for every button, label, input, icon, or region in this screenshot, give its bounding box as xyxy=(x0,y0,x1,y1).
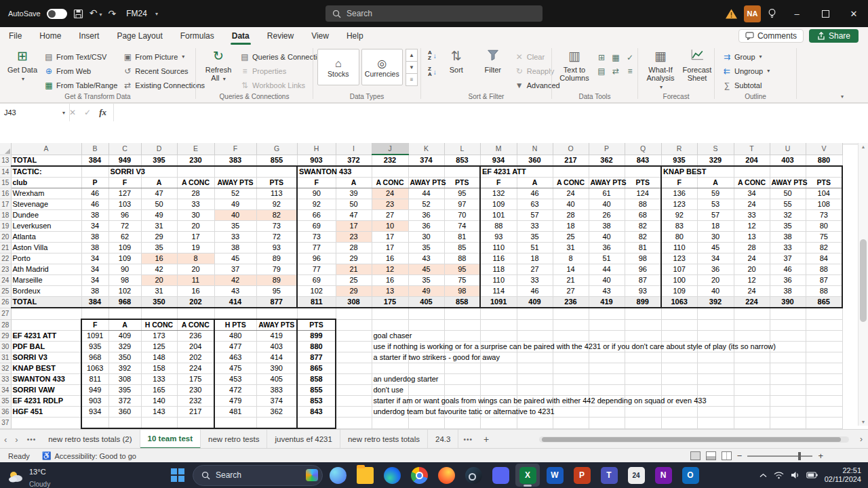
cell-L19[interactable]: 74 xyxy=(444,221,480,232)
cell-F15[interactable]: AWAY PTS xyxy=(214,178,256,188)
cell-I17[interactable]: 50 xyxy=(336,199,372,210)
alert-button[interactable] xyxy=(725,8,738,20)
cell-T28[interactable] xyxy=(734,319,770,331)
cell-C34[interactable]: 395 xyxy=(108,385,141,396)
cell-K22[interactable]: 43 xyxy=(408,253,444,264)
cell-E28[interactable]: A CONC xyxy=(177,319,214,331)
gallery-up-button[interactable]: ▲ xyxy=(406,49,418,62)
cell-U36[interactable] xyxy=(770,407,806,418)
tab-page-layout[interactable]: Page Layout xyxy=(108,28,171,43)
cell-H33[interactable]: 858 xyxy=(297,374,336,385)
cell-V31[interactable] xyxy=(806,352,842,363)
close-button[interactable]: ✕ xyxy=(840,0,868,27)
cell-C14[interactable]: SORRI V3 xyxy=(108,166,141,178)
cell-V35[interactable] xyxy=(806,396,842,407)
cell-O31[interactable] xyxy=(553,352,589,363)
cell-T24[interactable]: 12 xyxy=(734,275,770,286)
cell-T18[interactable]: 33 xyxy=(734,210,770,221)
cell-U33[interactable] xyxy=(770,374,806,385)
cell-N23[interactable]: 27 xyxy=(517,264,553,275)
cell-S32[interactable] xyxy=(697,363,734,374)
cell-A21[interactable]: Aston Villa xyxy=(11,243,81,253)
cell-E21[interactable]: 19 xyxy=(177,243,214,253)
consolidate-button[interactable]: ▤ xyxy=(595,64,608,77)
cell-B34[interactable]: 949 xyxy=(81,385,108,396)
cell-P22[interactable]: 51 xyxy=(589,253,625,264)
cell-U32[interactable] xyxy=(770,363,806,374)
cell-H29[interactable]: 899 xyxy=(297,331,336,342)
enter-button[interactable]: ✓ xyxy=(84,108,91,117)
cell-A20[interactable]: Atlanta xyxy=(11,232,81,243)
stocks-button[interactable]: ⌂ Stocks xyxy=(317,49,359,85)
cell-L18[interactable]: 70 xyxy=(444,210,480,221)
app-icon-onenote[interactable]: N xyxy=(651,464,675,487)
tab-formulas[interactable]: Formulas xyxy=(172,28,223,43)
cell-A30[interactable]: PDF BAL xyxy=(11,342,81,352)
cell-R31[interactable] xyxy=(661,352,697,363)
cell-A22[interactable]: Porto xyxy=(11,253,81,264)
zoom-slider[interactable] xyxy=(747,455,812,457)
cell-P32[interactable] xyxy=(589,363,625,374)
cell-V14[interactable] xyxy=(806,166,842,178)
cell-V20[interactable]: 75 xyxy=(806,232,842,243)
cell-K26[interactable]: 405 xyxy=(408,297,444,308)
row-header-19[interactable]: 19 xyxy=(0,221,11,232)
cell-G16[interactable]: 113 xyxy=(256,188,297,199)
cell-U16[interactable]: 50 xyxy=(770,188,806,199)
cell-B23[interactable]: 34 xyxy=(81,264,108,275)
app-icon-steam[interactable] xyxy=(461,464,486,487)
app-icon-excel[interactable]: X xyxy=(515,464,540,487)
vertical-scrollbar[interactable]: ▲ ▼ xyxy=(858,143,868,426)
row-header-17[interactable]: 17 xyxy=(0,199,11,210)
cell-O36[interactable] xyxy=(553,407,589,418)
cell-Q22[interactable]: 98 xyxy=(625,253,661,264)
cell-M16[interactable]: 132 xyxy=(480,188,517,199)
cell-S16[interactable]: 59 xyxy=(697,188,734,199)
cell-M19[interactable]: 88 xyxy=(480,221,517,232)
comments-button[interactable]: Comments xyxy=(738,29,804,43)
cell-K32[interactable] xyxy=(408,363,444,374)
cell-F17[interactable]: 49 xyxy=(214,199,256,210)
cell-H32[interactable]: 865 xyxy=(297,363,336,374)
group-button[interactable]: ⇉Group▾ xyxy=(720,51,772,62)
restore-button[interactable] xyxy=(811,0,840,27)
cell-N32[interactable] xyxy=(517,363,553,374)
cell-N37[interactable] xyxy=(517,418,553,429)
cell-C21[interactable]: 109 xyxy=(108,243,141,253)
cell-V23[interactable]: 88 xyxy=(806,264,842,275)
cell-M37[interactable] xyxy=(480,418,517,429)
row-header-13[interactable]: 13 xyxy=(0,155,11,166)
cell-R17[interactable]: 123 xyxy=(661,199,697,210)
cell-D28[interactable]: H CONC xyxy=(141,319,177,331)
cell-D34[interactable]: 165 xyxy=(141,385,177,396)
cell-U17[interactable]: 55 xyxy=(770,199,806,210)
cell-T33[interactable] xyxy=(734,374,770,385)
cell-G25[interactable]: 95 xyxy=(256,286,297,297)
cell-L34[interactable] xyxy=(444,385,480,396)
cell-R15[interactable]: F xyxy=(661,178,697,188)
cell-A29[interactable]: EF 4231 ATT xyxy=(11,331,81,342)
cell-D19[interactable]: 31 xyxy=(141,221,177,232)
cell-I25[interactable]: 29 xyxy=(336,286,372,297)
cell-G13[interactable]: 855 xyxy=(256,155,297,166)
cell-K28[interactable] xyxy=(408,319,444,331)
cell-P15[interactable]: AWAY PTS xyxy=(589,178,625,188)
col-header-F[interactable]: F xyxy=(214,143,256,155)
col-header-U[interactable]: U xyxy=(770,143,806,155)
cell-Q24[interactable]: 87 xyxy=(625,275,661,286)
app-icon-word[interactable]: W xyxy=(542,464,567,487)
cell-B16[interactable]: 46 xyxy=(81,188,108,199)
cell-T26[interactable]: 224 xyxy=(734,297,770,308)
cell-I20[interactable]: 23 xyxy=(336,232,372,243)
cell-R36[interactable] xyxy=(661,407,697,418)
cell-O17[interactable]: 40 xyxy=(553,199,589,210)
cell-J15[interactable]: A CONC xyxy=(372,178,408,188)
cell-H20[interactable]: 73 xyxy=(297,232,336,243)
cell-P31[interactable] xyxy=(589,352,625,363)
cell-S31[interactable] xyxy=(697,352,734,363)
cell-T14[interactable] xyxy=(734,166,770,178)
cell-L21[interactable]: 85 xyxy=(444,243,480,253)
cell-Q16[interactable]: 124 xyxy=(625,188,661,199)
wifi-icon[interactable] xyxy=(774,471,784,479)
cell-R27[interactable] xyxy=(661,308,697,319)
